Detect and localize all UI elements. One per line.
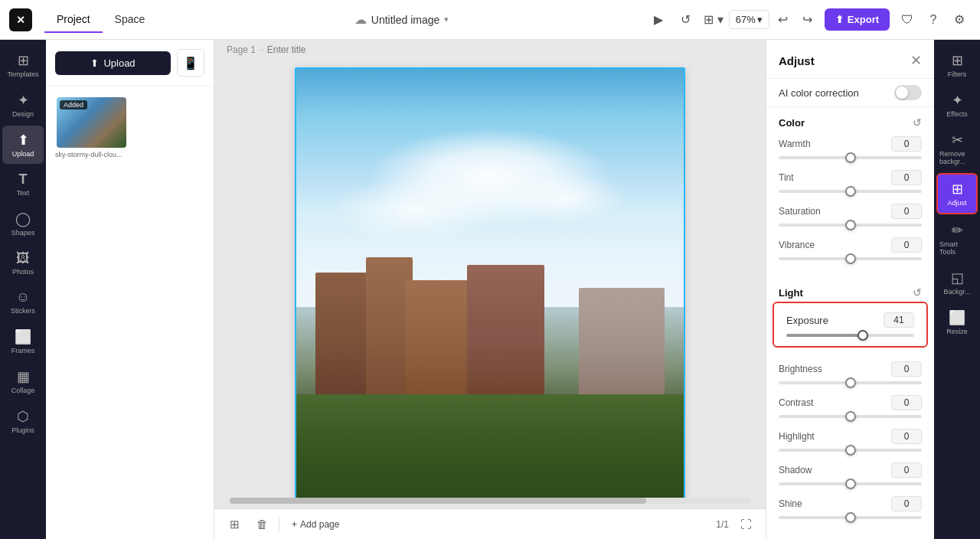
play-button[interactable]: ▶ [646, 8, 671, 32]
saturation-thumb[interactable] [845, 220, 856, 230]
upload-button[interactable]: ⬆ Upload [55, 51, 171, 75]
rt-item-background[interactable]: ◱ Backgr... [936, 263, 978, 302]
shine-value: 0 [891, 496, 922, 511]
sidebar-item-design[interactable]: ✦ Design [2, 86, 44, 124]
help-icon-button[interactable]: ? [922, 8, 945, 31]
rt-item-effects[interactable]: ✦ Effects [936, 86, 978, 124]
contrast-value: 0 [891, 395, 922, 410]
copy-page-button[interactable]: ⊞ [224, 514, 245, 535]
exposure-fill [786, 334, 863, 337]
sidebar-item-text[interactable]: T Text [2, 165, 44, 203]
sidebar-item-stickers[interactable]: ☺ Stickers [2, 283, 44, 321]
rt-item-smart-tools[interactable]: ✏ Smart Tools [936, 216, 978, 262]
rt-item-remove-bg[interactable]: ✂ Remove backgr... [936, 126, 978, 172]
remove-bg-icon: ✂ [952, 132, 963, 149]
collage-icon: ▦ [17, 368, 30, 385]
bottom-bar: ⊞ 🗑 + Add page 1/1 ⛶ [214, 508, 766, 539]
tint-track[interactable] [779, 190, 922, 193]
buildings-layer [296, 242, 684, 394]
undo-button[interactable]: ↩ [773, 9, 794, 31]
shine-track[interactable] [779, 516, 922, 519]
shadow-track[interactable] [779, 482, 922, 485]
sidebar-item-shapes[interactable]: ◯ Shapes [2, 204, 44, 243]
saturation-label: Saturation [779, 206, 821, 217]
topbar-center-tools: ▶ ↺ ⊞ ▾ 67% ▾ ↩ ↪ [646, 8, 818, 32]
warmth-track[interactable] [779, 156, 922, 159]
rt-label-resize: Resize [946, 328, 968, 335]
light-reset-button[interactable]: ↺ [913, 286, 922, 299]
ai-correction-toggle[interactable] [894, 85, 922, 100]
contrast-label: Contrast [779, 397, 813, 408]
tint-slider-row: Tint 0 [779, 170, 922, 193]
list-item[interactable]: Added sky-stormy-dull-clou... [55, 96, 128, 158]
sidebar-item-label-photos: Photos [12, 268, 34, 276]
sidebar-item-plugins[interactable]: ⬡ Plugins [2, 402, 44, 440]
layout-button[interactable]: ⊞ ▾ [701, 8, 726, 32]
color-section-title: Color [779, 117, 805, 129]
highlight-track[interactable] [779, 449, 922, 452]
page-counter: 1/1 [716, 519, 729, 530]
shadow-value: 0 [891, 462, 922, 478]
settings-icon-button[interactable]: ⚙ [948, 8, 971, 31]
sidebar-item-templates[interactable]: ⊞ Templates [2, 46, 44, 84]
exposure-track[interactable] [786, 334, 914, 337]
photos-icon: 🖼 [16, 250, 30, 266]
color-section-header: Color ↺ [779, 116, 922, 129]
smart-tools-icon: ✏ [952, 222, 963, 239]
light-section-title: Light [779, 287, 803, 299]
media-badge: Added [60, 100, 87, 109]
sidebar-item-label-plugins: Plugins [11, 426, 34, 434]
brightness-track[interactable] [779, 381, 922, 384]
title-icon: ☁ [354, 12, 367, 27]
sidebar-item-collage[interactable]: ▦ Collage [2, 362, 44, 400]
sidebar-item-photos[interactable]: 🖼 Photos [2, 244, 44, 282]
adjust-close-button[interactable]: ✕ [910, 52, 922, 69]
add-page-button[interactable]: + Add page [286, 516, 345, 533]
shadow-thumb[interactable] [845, 479, 856, 489]
exposure-thumb[interactable] [858, 330, 868, 341]
rotate-button[interactable]: ↺ [674, 8, 698, 32]
sidebar-item-frames[interactable]: ⬜ Frames [2, 322, 44, 361]
redo-button[interactable]: ↪ [797, 9, 818, 31]
fullscreen-button[interactable]: ⛶ [735, 514, 756, 535]
brightness-slider-row: Brightness 0 [779, 361, 922, 384]
tab-space[interactable]: Space [103, 7, 158, 33]
building-1 [315, 273, 374, 394]
tab-project[interactable]: Project [44, 7, 103, 33]
highlight-thumb[interactable] [845, 445, 856, 456]
vibrance-thumb[interactable] [845, 253, 856, 264]
shield-icon-button[interactable]: 🛡 [896, 8, 919, 31]
shadow-slider-row: Shadow 0 [779, 462, 922, 485]
vibrance-track[interactable] [779, 257, 922, 260]
saturation-slider-row: Saturation 0 [779, 204, 922, 227]
stickers-icon: ☺ [16, 289, 30, 305]
page-title-bar: Page 1 – [214, 40, 766, 60]
warmth-value: 0 [891, 136, 922, 152]
export-button[interactable]: ⬆ Export [825, 8, 890, 31]
rt-item-filters[interactable]: ⊞ Filters [936, 46, 978, 84]
saturation-track[interactable] [779, 224, 922, 227]
page-title-input[interactable] [267, 44, 382, 55]
contrast-thumb[interactable] [845, 411, 856, 422]
media-thumbnail[interactable]: Added [55, 96, 128, 149]
ai-correction-row: AI color correction [766, 79, 934, 107]
zoom-selector[interactable]: 67% ▾ [729, 10, 769, 29]
resize-icon: ⬜ [949, 309, 965, 326]
left-sidebar: ⊞ Templates ✦ Design ⬆ Upload T Text ◯ S… [0, 40, 46, 539]
tint-thumb[interactable] [845, 186, 856, 197]
delete-page-button[interactable]: 🗑 [251, 514, 273, 535]
document-title[interactable]: ☁ Untitled image ▾ [354, 12, 449, 27]
warmth-thumb[interactable] [845, 152, 856, 163]
panel-device-button[interactable]: 📱 [177, 49, 204, 77]
sidebar-item-upload[interactable]: ⬆ Upload [2, 126, 44, 164]
canvas-scrollbar[interactable] [230, 498, 750, 504]
rt-item-adjust[interactable]: ⊞ Adjust [936, 173, 978, 214]
contrast-track[interactable] [779, 415, 922, 418]
sidebar-item-label-design: Design [12, 110, 34, 118]
shine-thumb[interactable] [845, 512, 856, 523]
canvas-wrapper[interactable] [214, 60, 766, 498]
color-reset-button[interactable]: ↺ [913, 116, 922, 129]
media-filename: sky-stormy-dull-clou... [55, 151, 128, 158]
rt-item-resize[interactable]: ⬜ Resize [936, 303, 978, 341]
brightness-thumb[interactable] [845, 377, 856, 388]
